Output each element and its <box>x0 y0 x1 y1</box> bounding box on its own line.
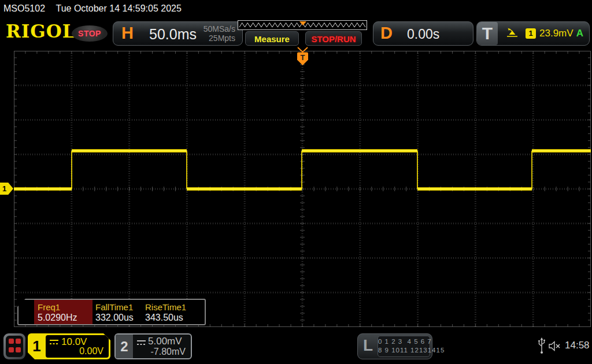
delay-block[interactable]: D 0.00s <box>373 21 473 46</box>
usb-icon <box>537 337 546 355</box>
measurement-name: Freq1 <box>38 302 60 312</box>
channel1-marker-number: 1 <box>2 184 6 193</box>
measurement-value: 332.00us <box>95 313 134 323</box>
menu-grid-icon <box>6 336 23 357</box>
channel2-number-badge: 2 <box>116 335 133 358</box>
logic-row-bottom: 8 9 1011 12131415 <box>378 347 430 354</box>
titlebar: MSO5102 Tue October 14 14:59:05 2025 <box>0 0 592 17</box>
graticule-and-trace[interactable] <box>14 51 591 327</box>
measurement-panel[interactable]: Freq1 5.0290Hz FallTime1 332.00us RiseTi… <box>17 299 206 325</box>
dc-coupling-icon <box>49 339 59 346</box>
trigger-label: T <box>482 24 493 43</box>
trigger-tab: T <box>477 22 498 45</box>
channel1-offset: 0.00V <box>79 346 103 356</box>
logic-label: L <box>363 336 373 355</box>
logic-channel-list: 0 1 2 3 4 5 6 7 8 9 1011 12131415 <box>378 336 430 357</box>
menu-grid-button[interactable] <box>3 333 25 359</box>
trigger-marker[interactable]: T <box>297 52 309 66</box>
channel1-number-badge: 1 <box>28 333 46 359</box>
channel1-ground-marker[interactable]: 1 <box>0 183 13 195</box>
rigol-logo: RIGOL <box>6 20 76 42</box>
svg-text:T: T <box>301 53 305 62</box>
measurement-name: FallTime1 <box>95 302 133 312</box>
timebase-value: 50.0ms <box>149 26 197 43</box>
measurement-name: RiseTime1 <box>145 302 186 312</box>
waveform-overview-bar[interactable] <box>238 20 367 30</box>
rising-edge-icon <box>506 28 519 38</box>
horizontal-label: H <box>121 24 134 43</box>
logic-channels-block[interactable]: L 0 1 2 3 4 5 6 7 8 9 1011 12131415 <box>357 333 432 359</box>
clock: 14:58 <box>565 340 590 351</box>
memory-depth: 25Mpts <box>204 34 235 43</box>
oscilloscope-screen: MSO5102 Tue October 14 14:59:05 2025 RIG… <box>0 0 592 364</box>
channel1-readout: 10.0V 0.00V <box>46 335 109 358</box>
channel2-offset: -7.80mV <box>151 347 186 357</box>
measure-button[interactable]: Measure <box>245 31 299 46</box>
model-name: MSO5102 <box>3 3 45 13</box>
speaker-muted-icon <box>548 340 562 352</box>
channel1-block[interactable]: 10.0V 0.00V 1 <box>28 333 110 359</box>
delay-value: 0.00s <box>407 27 439 42</box>
trigger-mode-indicator: A <box>576 28 583 39</box>
horizontal-timebase-block[interactable]: H 50.0ms 50MSa/s 25Mpts <box>113 21 243 46</box>
channel2-scale: 5.00mV <box>148 336 182 347</box>
measurement-value: 343.50us <box>145 313 183 323</box>
dc-coupling-icon <box>136 340 146 346</box>
channel2-block[interactable]: 2 5.00mV -7.80mV <box>114 333 192 359</box>
run-state-badge: STOP <box>72 25 108 42</box>
delay-label: D <box>380 24 393 43</box>
measurement-value: 5.0290Hz <box>38 313 77 323</box>
datetime-text: Tue October 14 14:59:05 2025 <box>56 3 182 13</box>
stop-run-button[interactable]: STOP/RUN <box>305 31 362 46</box>
logic-row-top: 0 1 2 3 4 5 6 7 <box>378 338 430 345</box>
acquisition-rates: 50MSa/s 25Mpts <box>204 24 235 43</box>
trigger-position-icon <box>299 21 306 25</box>
trigger-source-badge: 1 <box>526 28 536 39</box>
trigger-level-value: 23.9mV <box>539 28 574 39</box>
sample-rate: 50MSa/s <box>204 24 235 34</box>
trigger-block[interactable]: T 1 23.9mV A <box>476 21 590 46</box>
